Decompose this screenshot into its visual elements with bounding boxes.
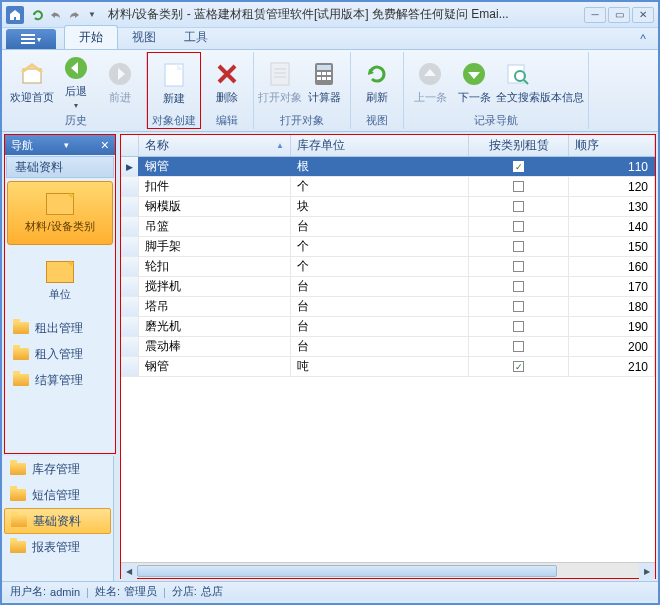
search-button[interactable]: 全文搜索 <box>496 52 540 112</box>
nav-item-base[interactable]: 基础资料 <box>4 508 111 534</box>
row-indicator <box>121 357 139 376</box>
checkbox-icon[interactable] <box>513 341 524 352</box>
nav-item-settle[interactable]: 结算管理 <box>7 367 113 393</box>
table-row[interactable]: 震动棒台200 <box>121 337 655 357</box>
welcome-button[interactable]: 欢迎首页 <box>10 52 54 112</box>
refresh-label: 刷新 <box>366 90 388 105</box>
checkbox-icon[interactable] <box>513 241 524 252</box>
checkbox-icon[interactable] <box>513 221 524 232</box>
folder-icon <box>13 348 29 360</box>
refresh-icon[interactable] <box>30 7 46 23</box>
cell-rent[interactable] <box>469 257 569 276</box>
dropdown-icon[interactable]: ▼ <box>84 7 100 23</box>
table-row[interactable]: 塔吊台180 <box>121 297 655 317</box>
window-title: 材料/设备类别 - 蓝格建材租赁管理软件[试用版本] 免费解答任何疑问 Emai… <box>108 6 584 23</box>
cell-rent[interactable] <box>469 237 569 256</box>
table-row[interactable]: 磨光机台190 <box>121 317 655 337</box>
cell-rent[interactable]: ✓ <box>469 157 569 176</box>
table-row[interactable]: 脚手架个150 <box>121 237 655 257</box>
checkbox-icon[interactable] <box>513 261 524 272</box>
cell-order: 110 <box>569 157 655 176</box>
cell-unit: 个 <box>291 237 469 256</box>
app-menu-button[interactable]: ▾ <box>6 29 56 49</box>
nav-item-stock[interactable]: 库存管理 <box>4 456 111 482</box>
nav-item-material[interactable]: 材料/设备类别 <box>7 181 113 245</box>
cell-order: 210 <box>569 357 655 376</box>
tab-view[interactable]: 视图 <box>118 26 170 49</box>
checkbox-icon[interactable]: ✓ <box>513 161 524 172</box>
cell-rent[interactable]: ✓ <box>469 357 569 376</box>
col-unit[interactable]: 库存单位 <box>291 135 469 156</box>
help-icon[interactable]: ^ <box>632 29 654 49</box>
back-button[interactable]: 后退▾ <box>54 52 98 112</box>
row-indicator <box>121 257 139 276</box>
tab-start[interactable]: 开始 <box>64 25 118 49</box>
scroll-thumb[interactable] <box>137 565 557 577</box>
col-rent[interactable]: 按类别租赁 <box>469 135 569 156</box>
table-row[interactable]: 吊篮台140 <box>121 217 655 237</box>
table-row[interactable]: 钢管吨✓210 <box>121 357 655 377</box>
nav-item-report[interactable]: 报表管理 <box>4 534 111 560</box>
checkbox-icon[interactable] <box>513 181 524 192</box>
row-selector-header[interactable] <box>121 135 139 156</box>
status-user-label: 用户名: <box>10 584 46 599</box>
checkbox-icon[interactable]: ✓ <box>513 361 524 372</box>
next-button[interactable]: 下一条 <box>452 52 496 112</box>
new-button[interactable]: 新建 <box>152 53 196 113</box>
refresh-button[interactable]: 刷新 <box>355 52 399 112</box>
nav-item-unit[interactable]: 单位 <box>7 249 113 313</box>
scroll-left-icon[interactable]: ◀ <box>121 563 137 579</box>
document-icon <box>266 60 294 88</box>
table-row[interactable]: 搅拌机台170 <box>121 277 655 297</box>
cell-name: 吊篮 <box>139 217 291 236</box>
table-row[interactable]: 轮扣个160 <box>121 257 655 277</box>
minimize-button[interactable]: ─ <box>584 7 606 23</box>
maximize-button[interactable]: ▭ <box>608 7 630 23</box>
scroll-right-icon[interactable]: ▶ <box>639 563 655 579</box>
row-indicator <box>121 217 139 236</box>
delete-button[interactable]: 删除 <box>205 52 249 112</box>
checkbox-icon[interactable] <box>513 321 524 332</box>
checkbox-icon[interactable] <box>513 201 524 212</box>
undo-icon[interactable] <box>48 7 64 23</box>
cell-rent[interactable] <box>469 217 569 236</box>
svg-rect-17 <box>322 77 326 80</box>
checkbox-icon[interactable] <box>513 281 524 292</box>
nav-item-rentin[interactable]: 租入管理 <box>7 341 113 367</box>
cell-rent[interactable] <box>469 177 569 196</box>
nav-rentin-label: 租入管理 <box>35 346 83 363</box>
cell-rent[interactable] <box>469 277 569 296</box>
new-icon <box>160 61 188 89</box>
close-button[interactable]: ✕ <box>632 7 654 23</box>
tab-tools[interactable]: 工具 <box>170 26 222 49</box>
cell-rent[interactable] <box>469 337 569 356</box>
home-icon[interactable] <box>6 6 24 24</box>
back-icon <box>62 54 90 82</box>
col-name[interactable]: 名称▲ <box>139 135 291 156</box>
group-view-label: 视图 <box>366 113 388 129</box>
version-button[interactable]: 版本信息 <box>540 52 584 112</box>
cell-order: 200 <box>569 337 655 356</box>
table-row[interactable]: 扣件个120 <box>121 177 655 197</box>
cell-rent[interactable] <box>469 297 569 316</box>
table-row[interactable]: 钢模版块130 <box>121 197 655 217</box>
status-bar: 用户名: admin | 姓名: 管理员 | 分店: 总店 <box>2 581 658 601</box>
nav-close-icon[interactable]: × <box>101 137 109 153</box>
nav-panel: 导航▾× 基础资料 材料/设备类别 单位 租出管理 租入管理 结算管理 <box>4 134 116 454</box>
table-row[interactable]: ▶钢管根✓110 <box>121 157 655 177</box>
nav-section-base[interactable]: 基础资料 <box>6 156 114 178</box>
nav-item-rentout[interactable]: 租出管理 <box>7 315 113 341</box>
checkbox-icon[interactable] <box>513 301 524 312</box>
row-indicator <box>121 277 139 296</box>
horizontal-scrollbar[interactable]: ◀ ▶ <box>121 562 655 578</box>
delete-label: 删除 <box>216 90 238 105</box>
calc-button[interactable]: 计算器 <box>302 52 346 112</box>
row-indicator: ▶ <box>121 157 139 176</box>
nav-item-sms[interactable]: 短信管理 <box>4 482 111 508</box>
cell-rent[interactable] <box>469 197 569 216</box>
cell-rent[interactable] <box>469 317 569 336</box>
prev-button: 上一条 <box>408 52 452 112</box>
cell-name: 钢管 <box>139 157 291 176</box>
col-order[interactable]: 顺序 <box>569 135 655 156</box>
redo-icon[interactable] <box>66 7 82 23</box>
